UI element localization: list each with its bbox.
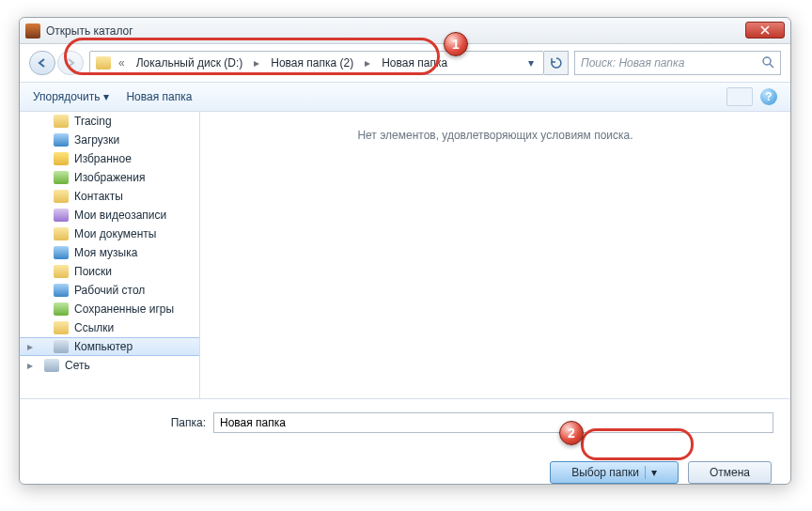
open-folder-dialog: Открыть каталог « Локальный диск (D:) ▸ … (19, 17, 791, 485)
select-folder-button[interactable]: Выбор папки ▾ (550, 461, 679, 484)
breadcrumb-segment[interactable]: Новая папка (376, 56, 453, 70)
address-dropdown[interactable]: ▾ (523, 56, 539, 70)
tree-item[interactable]: ▸Сеть (20, 356, 199, 375)
dropdown-split-icon[interactable]: ▾ (645, 466, 657, 479)
folder-name-input[interactable] (213, 412, 773, 433)
empty-message: Нет элементов, удовлетворяющих условиям … (357, 129, 632, 398)
tree-item-label: Сеть (65, 359, 90, 372)
folder-icon (96, 56, 111, 70)
dialog-body: TracingЗагрузкиИзбранноеИзображенияКонта… (20, 112, 790, 399)
tree-item-label: Контакты (74, 190, 123, 203)
purple-icon (54, 209, 69, 222)
folder-icon (54, 321, 69, 334)
organize-menu[interactable]: Упорядочить ▾ (33, 90, 109, 103)
search-icon (761, 55, 774, 71)
tree-item-label: Ссылки (74, 321, 114, 334)
folder-icon (54, 190, 69, 203)
chevron-right-icon: ▸ (250, 56, 263, 70)
nav-row: « Локальный диск (D:) ▸ Новая папка (2) … (20, 44, 790, 82)
help-button[interactable]: ? (760, 88, 777, 105)
back-button[interactable] (29, 51, 55, 75)
close-button[interactable] (745, 22, 785, 39)
tree-item-label: Сохраненные игры (74, 302, 174, 316)
tree-item[interactable]: Мои документы (20, 225, 199, 243)
refresh-icon (550, 56, 563, 70)
new-folder-button[interactable]: Новая папка (126, 90, 192, 103)
arrow-right-icon (65, 57, 76, 69)
tree-item[interactable]: Рабочий стол (20, 281, 199, 300)
star-icon (54, 152, 69, 165)
blue-icon (54, 246, 69, 259)
address-bar-wrap: « Локальный диск (D:) ▸ Новая папка (2) … (89, 51, 569, 75)
breadcrumb-segment[interactable]: Новая папка (2) (265, 56, 359, 70)
green-icon (54, 171, 69, 184)
expand-icon[interactable]: ▸ (27, 359, 37, 372)
file-list: Нет элементов, удовлетворяющих условиям … (200, 112, 790, 398)
blue-icon (54, 133, 69, 147)
cancel-button[interactable]: Отмена (688, 461, 772, 484)
folder-tree[interactable]: TracingЗагрузкиИзбранноеИзображенияКонта… (20, 112, 200, 398)
app-icon (25, 23, 40, 39)
tree-item-label: Рабочий стол (74, 284, 145, 297)
folder-field-label: Папка: (37, 416, 206, 429)
tree-item[interactable]: Загрузки (20, 131, 199, 149)
folder-icon (54, 227, 69, 240)
tree-item[interactable]: Избранное (20, 149, 199, 168)
tree-item[interactable]: Сохраненные игры (20, 300, 199, 318)
titlebar: Открыть каталог (20, 18, 790, 44)
dialog-footer: Папка: Выбор папки ▾ Отмена (20, 399, 790, 484)
expand-icon[interactable]: ▸ (27, 340, 37, 353)
search-placeholder: Поиск: Новая папка (581, 56, 684, 70)
tree-item-label: Мои документы (74, 227, 156, 240)
tree-item-label: Загрузки (74, 133, 119, 147)
tree-item[interactable]: Контакты (20, 187, 199, 206)
folder-icon (54, 115, 69, 128)
blue-icon (54, 284, 69, 297)
tree-item[interactable]: Tracing (20, 112, 199, 131)
tree-item[interactable]: ▸Компьютер (20, 337, 199, 356)
tree-item[interactable]: Мои видеозаписи (20, 206, 199, 225)
tree-item[interactable]: Ссылки (20, 318, 199, 337)
toolbar: Упорядочить ▾ Новая папка ? (20, 82, 790, 112)
address-bar[interactable]: « Локальный диск (D:) ▸ Новая папка (2) … (89, 51, 544, 75)
tree-item[interactable]: Моя музыка (20, 243, 199, 262)
svg-point-0 (763, 57, 771, 65)
tree-item-label: Моя музыка (74, 246, 137, 259)
tree-item[interactable]: Изображения (20, 168, 199, 187)
chevron-down-icon: ▾ (103, 90, 109, 103)
forward-button[interactable] (57, 51, 84, 75)
annotation-marker-1: 1 (444, 32, 468, 56)
tree-item-label: Поиски (74, 265, 112, 278)
pc-icon (54, 340, 69, 353)
green-icon (54, 302, 69, 316)
pc-icon (44, 359, 59, 372)
nav-buttons (29, 51, 84, 75)
tree-item[interactable]: Поиски (20, 262, 199, 281)
arrow-left-icon (37, 57, 48, 69)
tree-item-label: Компьютер (74, 340, 133, 353)
tree-item-label: Изображения (74, 171, 145, 184)
tree-item-label: Избранное (74, 152, 132, 165)
tree-item-label: Мои видеозаписи (74, 209, 166, 222)
search-input[interactable]: Поиск: Новая папка (574, 51, 781, 75)
tree-item-label: Tracing (74, 115, 112, 128)
annotation-marker-2: 2 (559, 421, 584, 445)
breadcrumb-overflow[interactable]: « (115, 56, 129, 70)
breadcrumb-segment[interactable]: Локальный диск (D:) (131, 56, 249, 70)
refresh-button[interactable] (544, 51, 569, 75)
view-options-button[interactable] (726, 87, 753, 106)
close-icon (760, 25, 770, 35)
folder-icon (54, 265, 69, 278)
window-title: Открыть каталог (46, 24, 133, 38)
chevron-right-icon: ▸ (361, 56, 374, 70)
